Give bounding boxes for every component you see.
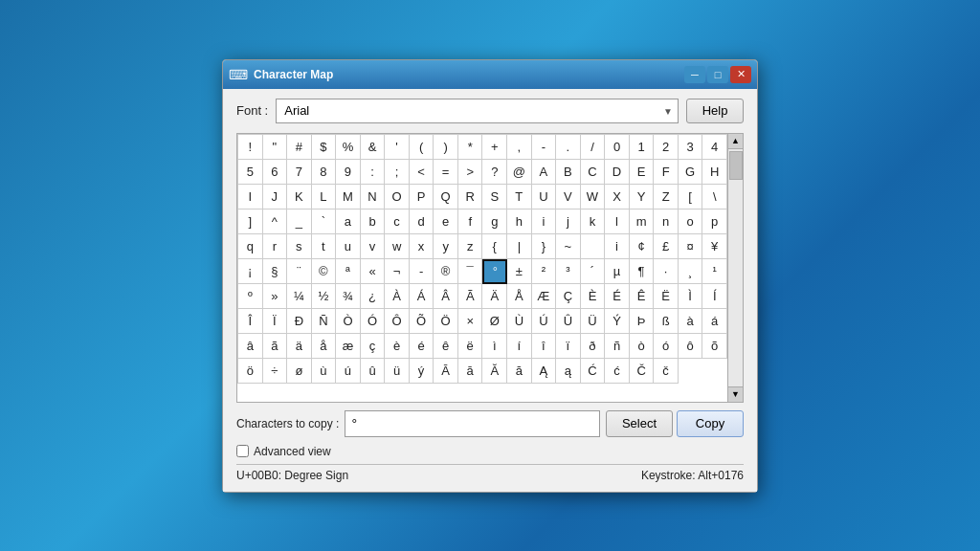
char-cell[interactable]: % (336, 135, 361, 160)
char-cell[interactable]: ½ (312, 284, 337, 309)
char-cell[interactable]: ± (507, 259, 532, 284)
char-cell[interactable]: ¶ (630, 259, 655, 284)
char-cell[interactable]: ² (532, 259, 557, 284)
char-cell[interactable]: Ā (434, 359, 458, 384)
char-cell[interactable]: K (287, 185, 312, 209)
char-cell[interactable]: E (630, 160, 655, 185)
char-cell[interactable]: · (654, 259, 679, 284)
char-cell[interactable]: Ø (482, 309, 507, 334)
char-cell[interactable]: Å (507, 284, 532, 309)
char-cell[interactable]: é (410, 334, 434, 359)
char-cell[interactable]: Á (410, 284, 434, 309)
char-cell[interactable]: ª (336, 259, 361, 284)
select-button[interactable]: Select (606, 410, 673, 437)
char-cell[interactable]: ¸ (679, 259, 703, 284)
char-cell[interactable]: Î (238, 309, 263, 334)
char-cell[interactable]: h (507, 209, 532, 234)
char-cell[interactable]: 3 (679, 135, 703, 160)
char-cell[interactable]: ê (434, 334, 458, 359)
char-cell[interactable]: ) (434, 135, 458, 160)
help-button[interactable]: Help (686, 99, 744, 123)
char-cell[interactable]: + (482, 135, 507, 160)
char-cell[interactable]: â (238, 334, 263, 359)
char-cell[interactable]: < (410, 160, 434, 185)
char-cell[interactable]: ß (654, 309, 679, 334)
char-cell[interactable]: ( (410, 135, 434, 160)
char-cell[interactable]: ~ (556, 234, 581, 259)
char-cell[interactable]: ' (385, 135, 410, 160)
char-cell[interactable]: M (336, 185, 361, 209)
char-cell[interactable]: ð (581, 334, 606, 359)
char-cell[interactable]: ¢ (630, 234, 655, 259)
char-cell[interactable]: p (702, 209, 727, 234)
char-cell[interactable]: i (532, 209, 557, 234)
char-cell[interactable]: Ë (654, 284, 679, 309)
char-cell[interactable]: ¹ (702, 259, 727, 284)
char-cell[interactable]: ï (556, 334, 581, 359)
char-cell[interactable]: Û (556, 309, 581, 334)
char-cell[interactable]: Ì (679, 284, 703, 309)
char-cell[interactable]: g (482, 209, 507, 234)
char-cell[interactable]: ° (482, 259, 507, 284)
char-cell[interactable]: Þ (630, 309, 655, 334)
char-cell[interactable]: 1 (630, 135, 655, 160)
char-cell[interactable]: A (532, 160, 557, 185)
char-cell[interactable]: L (312, 185, 337, 209)
char-cell[interactable]: t (312, 234, 337, 259)
char-cell[interactable]: . (556, 135, 581, 160)
char-cell[interactable]: & (361, 135, 386, 160)
char-cell[interactable]: 8 (312, 160, 337, 185)
char-cell[interactable]: ö (238, 359, 263, 384)
char-cell[interactable]: _ (287, 209, 312, 234)
char-cell[interactable]: ^ (263, 209, 288, 234)
char-cell[interactable]: ñ (605, 334, 630, 359)
char-cell[interactable]: e (434, 209, 458, 234)
char-cell[interactable]: Â (434, 284, 458, 309)
char-cell[interactable]: ć (605, 359, 630, 384)
char-cell[interactable]: V (556, 185, 581, 209)
char-cell[interactable]: n (654, 209, 679, 234)
copy-button[interactable]: Copy (677, 410, 744, 437)
char-cell[interactable]: ì (482, 334, 507, 359)
char-cell[interactable]: í (507, 334, 532, 359)
char-cell[interactable]: ç (361, 334, 386, 359)
char-cell[interactable]: o (679, 209, 703, 234)
char-cell[interactable]: | (507, 234, 532, 259)
char-cell[interactable]: Ò (336, 309, 361, 334)
char-cell[interactable]: * (458, 135, 483, 160)
char-cell[interactable]: R (458, 185, 483, 209)
char-cell[interactable]: û (361, 359, 386, 384)
char-cell[interactable]: ! (238, 135, 263, 160)
char-cell[interactable]: Æ (532, 284, 557, 309)
char-cell[interactable]: 9 (336, 160, 361, 185)
char-cell[interactable]: j (556, 209, 581, 234)
scroll-thumb[interactable] (729, 151, 743, 180)
char-cell[interactable]: ą (556, 359, 581, 384)
char-cell[interactable]: d (410, 209, 434, 234)
char-cell[interactable]: / (581, 135, 606, 160)
char-cell[interactable]: Ó (361, 309, 386, 334)
char-cell[interactable]: à (679, 309, 703, 334)
char-cell[interactable]: ò (630, 334, 655, 359)
char-cell[interactable]: è (385, 334, 410, 359)
char-cell[interactable]: á (702, 309, 727, 334)
char-cell[interactable]: ¿ (361, 284, 386, 309)
char-cell[interactable]: @ (507, 160, 532, 185)
char-cell[interactable]: f (458, 209, 483, 234)
char-cell[interactable]: § (263, 259, 288, 284)
char-cell[interactable]: O (385, 185, 410, 209)
font-select[interactable]: Arial Times New Roman Courier New (276, 99, 679, 123)
char-cell[interactable]: ä (287, 334, 312, 359)
char-cell[interactable]: ă (507, 359, 532, 384)
char-cell[interactable]: Ý (605, 309, 630, 334)
char-cell[interactable]: ó (654, 334, 679, 359)
char-cell[interactable]: { (482, 234, 507, 259)
char-cell[interactable]: = (434, 160, 458, 185)
char-cell[interactable]: Ã (458, 284, 483, 309)
char-cell[interactable]: õ (702, 334, 727, 359)
char-cell[interactable]: Ü (581, 309, 606, 334)
char-cell[interactable]: P (410, 185, 434, 209)
char-cell[interactable]: $ (312, 135, 337, 160)
char-cell[interactable]: F (654, 160, 679, 185)
char-cell[interactable]: ã (263, 334, 288, 359)
